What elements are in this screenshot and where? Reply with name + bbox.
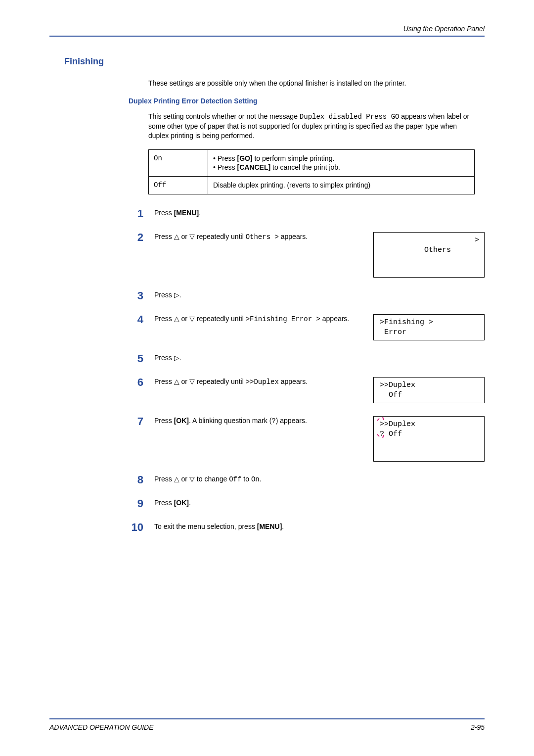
- subsection-title: Duplex Printing Error Detection Setting: [129, 97, 485, 105]
- text: . A blinking question mark (: [189, 417, 271, 425]
- step: 6 Press △ or ▽ repeatedly until >>Duplex…: [129, 377, 485, 403]
- step: 7 Press [OK]. A blinking question mark (…: [129, 416, 485, 462]
- text: repeatedly until: [195, 315, 246, 323]
- code: ?: [271, 417, 275, 425]
- step-number: 7: [129, 416, 143, 427]
- text: This setting controls whether or not the…: [148, 112, 300, 120]
- text: .: [282, 522, 284, 530]
- text: .: [179, 291, 181, 299]
- triangle-icon: ▷: [174, 354, 179, 362]
- step-text: To exit the menu selection, press [MENU]…: [154, 522, 485, 531]
- bold-text: [GO]: [237, 154, 252, 162]
- text: Press: [154, 233, 174, 240]
- code: Off: [229, 475, 241, 483]
- text: Press: [154, 291, 174, 299]
- setting-key: On: [149, 149, 208, 177]
- text: Press: [154, 499, 174, 507]
- text: to perform simple printing.: [253, 154, 335, 162]
- bold-text: [MENU]: [257, 522, 282, 530]
- bullet-item: Press [GO] to perform simple printing.: [213, 154, 469, 163]
- lcd-line: >Finishing >: [380, 318, 433, 327]
- code: >Finishing Error >: [246, 315, 320, 323]
- step: 2 Press △ or ▽ repeatedly until Others >…: [129, 232, 485, 278]
- text: .: [179, 354, 181, 362]
- lcd-arrow: >: [475, 236, 479, 245]
- text: to cancel the print job.: [270, 163, 340, 171]
- section-title: Finishing: [64, 56, 485, 67]
- header-rule: [49, 36, 485, 37]
- triangle-icons: △ or ▽: [174, 315, 195, 323]
- text: appears.: [279, 233, 308, 240]
- step-text: Press [MENU].: [154, 208, 485, 218]
- setting-value: Disable duplex printing. (reverts to sim…: [208, 177, 475, 194]
- step: 9 Press [OK].: [129, 498, 485, 509]
- bold-text: [MENU]: [174, 209, 199, 217]
- text: repeatedly until: [195, 378, 246, 385]
- bold-text: [CANCEL]: [237, 163, 270, 171]
- step: 3 Press ▷.: [129, 290, 485, 301]
- setting-value: Press [GO] to perform simple printing. P…: [208, 149, 475, 177]
- triangle-icon: ▷: [174, 291, 179, 299]
- step-number: 10: [129, 522, 143, 533]
- step: 1 Press [MENU].: [129, 208, 485, 219]
- bullet-item: Press [CANCEL] to cancel the print job.: [213, 163, 469, 172]
- text: Press: [218, 163, 237, 171]
- text: Press: [154, 315, 174, 323]
- step-number: 6: [129, 377, 143, 388]
- text: repeatedly until: [195, 233, 246, 240]
- footer-left: ADVANCED OPERATION GUIDE: [49, 723, 154, 731]
- step-number: 5: [129, 353, 143, 364]
- step-text: Press [OK].: [154, 498, 485, 508]
- text: Press: [154, 209, 174, 217]
- text: appears.: [320, 315, 349, 323]
- text: Press: [154, 417, 174, 425]
- page-footer: ADVANCED OPERATION GUIDE 2-95: [49, 718, 485, 731]
- text: Press: [218, 154, 237, 162]
- text: Press: [154, 378, 174, 385]
- text: Press: [154, 354, 174, 362]
- lcd-line: >>Duplex: [380, 381, 415, 389]
- step: 8 Press △ or ▽ to change Off to On.: [129, 474, 485, 485]
- lcd-display: >Finishing > Error: [373, 314, 485, 340]
- running-header: Using the Operation Panel: [49, 25, 485, 36]
- settings-table: On Press [GO] to perform simple printing…: [148, 149, 475, 195]
- triangle-icons: △ or ▽: [174, 378, 195, 385]
- lcd-line: Off: [380, 391, 402, 399]
- text: appears.: [279, 378, 308, 385]
- steps-list: 1 Press [MENU]. 2 Press △ or ▽ repeatedl…: [129, 208, 485, 533]
- text: .: [189, 499, 191, 507]
- code: Duplex disabled Press GO: [300, 113, 400, 121]
- step-text: Press △ or ▽ repeatedly until >>Duplex a…: [154, 377, 364, 403]
- step-number: 2: [129, 232, 143, 243]
- step-number: 3: [129, 290, 143, 301]
- step: 5 Press ▷.: [129, 353, 485, 364]
- step-text: Press ▷.: [154, 290, 485, 300]
- bold-text: [OK]: [174, 417, 189, 425]
- intro-paragraph: These settings are possible only when th…: [148, 79, 475, 88]
- step-number: 1: [129, 208, 143, 219]
- step-text: Press △ or ▽ repeatedly until >Finishing…: [154, 314, 364, 340]
- code: On: [251, 475, 260, 483]
- lcd-display: Others >: [373, 232, 485, 278]
- setting-key: Off: [149, 177, 208, 194]
- subsection-intro: This setting controls whether or not the…: [148, 112, 475, 141]
- triangle-icons: △ or ▽: [174, 233, 195, 240]
- step-number: 8: [129, 474, 143, 485]
- lcd-display: >>Duplex Off: [373, 377, 485, 403]
- lcd-display: >>Duplex ? Off: [373, 416, 485, 462]
- text: to: [241, 475, 251, 483]
- footer-right: 2-95: [471, 723, 485, 731]
- triangle-icons: △ or ▽: [174, 475, 195, 483]
- table-row: Off Disable duplex printing. (reverts to…: [149, 177, 475, 194]
- text: ) appears.: [276, 417, 307, 425]
- step-text: Press ▷.: [154, 353, 485, 363]
- text: To exit the menu selection, press: [154, 522, 257, 530]
- step: 4 Press △ or ▽ repeatedly until >Finishi…: [129, 314, 485, 340]
- code: Others >: [246, 233, 279, 241]
- step: 10 To exit the menu selection, press [ME…: [129, 522, 485, 533]
- step-text: Press △ or ▽ to change Off to On.: [154, 474, 485, 484]
- lcd-line: Error: [380, 328, 406, 336]
- text: Press: [154, 475, 174, 483]
- text: .: [199, 209, 201, 217]
- bold-text: [OK]: [174, 499, 189, 507]
